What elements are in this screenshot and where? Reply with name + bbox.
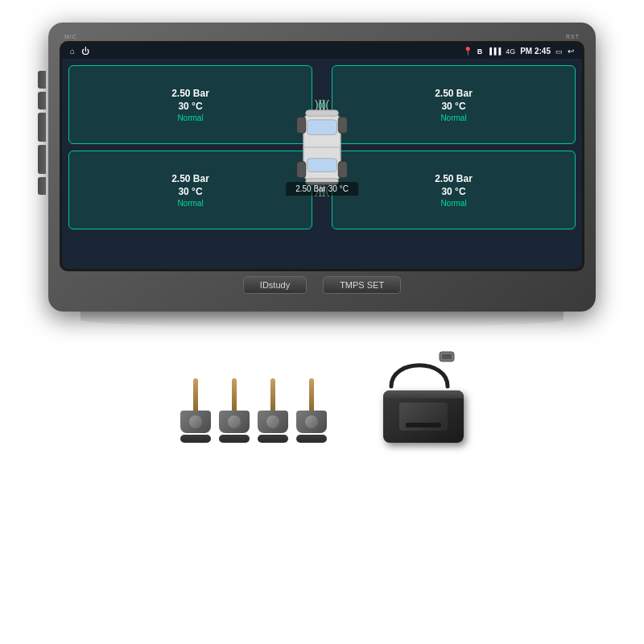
sensor-1-stem: [193, 378, 198, 411]
dongle-wrap: [375, 350, 464, 443]
bottom-status-text: 2.50 Bar 30 °C: [295, 184, 349, 193]
status-time: PM 2:45: [520, 47, 551, 56]
rr-temp: 30 °C: [441, 186, 465, 197]
usb-cable-svg: [375, 350, 464, 390]
monitor-outer: MIC RST ⌂ ⏻ 📍 B ▐▐▐ 4G PM 2:45: [48, 23, 596, 312]
screen-buttons: IDstudy TMPS SET: [60, 271, 584, 295]
sensor-3-band: [258, 435, 288, 443]
bluetooth-icon: B: [477, 47, 483, 56]
rl-status: Normal: [177, 199, 203, 208]
screen-content: 2.50 Bar 30 °C Normal ))) 2.50 Bar 30 °C…: [62, 59, 582, 236]
signal-bars-icon: ▐▐▐: [487, 47, 501, 55]
car-top-view-svg: [290, 99, 354, 196]
sensor-1: [180, 378, 211, 443]
bottom-section: [0, 350, 644, 443]
sensor-1-band: [180, 435, 211, 443]
svg-rect-3: [306, 110, 339, 116]
tmps-set-button[interactable]: TMPS SET: [323, 276, 401, 294]
svg-rect-7: [338, 117, 347, 133]
rr-status: Normal: [440, 199, 466, 208]
side-buttons: [38, 71, 46, 195]
fl-temp: 30 °C: [178, 101, 202, 112]
fr-temp: 30 °C: [441, 101, 465, 112]
sensor-3: [258, 378, 288, 443]
svg-rect-6: [297, 117, 306, 133]
side-btn-2[interactable]: [38, 92, 46, 109]
sensor-2: [219, 378, 250, 443]
home-icon[interactable]: ⌂: [70, 47, 75, 56]
status-bar: ⌂ ⏻ 📍 B ▐▐▐ 4G PM 2:45 ▭ ↩: [62, 43, 582, 59]
sensor-4-body: [296, 411, 327, 433]
sensor-1-body: [180, 411, 211, 433]
tpms-grid: 2.50 Bar 30 °C Normal ))) 2.50 Bar 30 °C…: [68, 65, 576, 229]
side-btn-vol-down[interactable]: [38, 145, 46, 174]
id-study-button[interactable]: IDstudy: [243, 276, 307, 294]
monitor-wrap: MIC RST ⌂ ⏻ 📍 B ▐▐▐ 4G PM 2:45: [48, 23, 596, 328]
svg-rect-2: [308, 159, 337, 172]
sensor-2-band: [219, 435, 250, 443]
sensor-3-body: [258, 411, 288, 433]
monitor-top-labels: MIC RST: [60, 34, 584, 41]
sensor-4-stem: [309, 378, 314, 411]
rr-pressure: 2.50 Bar: [435, 173, 473, 184]
status-left: ⌂ ⏻: [70, 47, 89, 56]
car-center: 2.50 Bar 30 °C: [290, 99, 354, 196]
tire-box-rear-right: 2.50 Bar 30 °C Normal ))): [332, 151, 576, 229]
sensors-row: [180, 378, 327, 443]
tire-box-rear-left: 2.50 Bar 30 °C Normal ))): [68, 151, 312, 229]
svg-rect-9: [338, 162, 347, 178]
monitor-reflection: [80, 312, 564, 328]
location-icon: 📍: [463, 47, 473, 56]
sensor-2-body: [219, 411, 250, 433]
screen: ⌂ ⏻ 📍 B ▐▐▐ 4G PM 2:45 ▭ ↩: [62, 43, 582, 269]
fl-status: Normal: [177, 114, 203, 122]
svg-rect-11: [442, 354, 452, 359]
fr-status: Normal: [440, 114, 466, 122]
sensor-2-stem: [232, 378, 237, 411]
network-label: 4G: [506, 47, 515, 56]
side-btn-5[interactable]: [38, 177, 46, 195]
sensor-4-band: [296, 435, 327, 443]
rl-temp: 30 °C: [178, 186, 202, 197]
rl-pressure: 2.50 Bar: [171, 173, 209, 184]
status-right: 📍 B ▐▐▐ 4G PM 2:45 ▭ ↩: [463, 47, 574, 56]
sensor-3-stem: [270, 378, 275, 411]
power-icon[interactable]: ⏻: [81, 47, 89, 56]
side-btn-vol-up[interactable]: [38, 113, 46, 142]
fl-pressure: 2.50 Bar: [171, 88, 209, 99]
mic-label: MIC: [64, 34, 77, 39]
sensor-4: [296, 378, 327, 443]
dongle-top-edge: [383, 390, 464, 398]
back-icon[interactable]: ↩: [568, 47, 574, 56]
tire-box-front-right: 2.50 Bar 30 °C Normal ))): [332, 65, 576, 144]
fr-pressure: 2.50 Bar: [435, 88, 473, 99]
window-icon[interactable]: ▭: [555, 47, 563, 56]
dongle-box: [383, 390, 464, 443]
bottom-status-bar: 2.50 Bar 30 °C: [286, 182, 358, 196]
svg-rect-1: [308, 120, 337, 134]
svg-rect-8: [297, 162, 306, 178]
screen-bezel: ⌂ ⏻ 📍 B ▐▐▐ 4G PM 2:45 ▭ ↩: [60, 41, 584, 271]
tire-box-front-left: 2.50 Bar 30 °C Normal ))): [68, 65, 312, 144]
rst-label: RST: [566, 34, 580, 39]
side-btn-1[interactable]: [38, 71, 46, 89]
